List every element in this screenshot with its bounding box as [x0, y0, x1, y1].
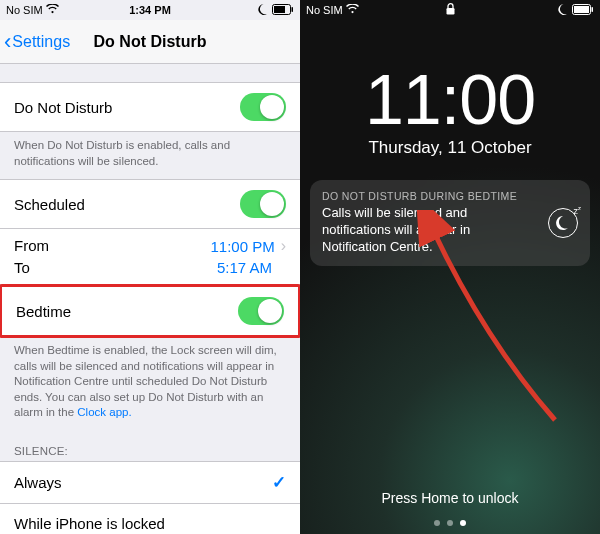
notif-title: DO NOT DISTURB DURING BEDTIME — [322, 190, 538, 202]
status-time: 1:34 PM — [129, 4, 171, 16]
row-bedtime[interactable]: Bedtime — [2, 287, 298, 335]
bedtime-highlight: Bedtime — [0, 284, 300, 338]
carrier-label: No SIM — [6, 4, 43, 16]
always-label: Always — [14, 474, 62, 491]
lock-time: 11:00 — [300, 60, 600, 140]
dnd-footer: When Do Not Disturb is enabled, calls an… — [0, 132, 300, 179]
svg-rect-1 — [274, 6, 285, 13]
check-icon: ✓ — [272, 472, 286, 493]
dnd-label: Do Not Disturb — [14, 99, 112, 116]
dnd-toggle[interactable] — [240, 93, 286, 121]
settings-content: Do Not Disturb When Do Not Disturb is en… — [0, 64, 300, 534]
settings-screen: No SIM 1:34 PM ‹ Settings Do Not Disturb… — [0, 0, 300, 534]
row-scheduled[interactable]: Scheduled — [0, 179, 300, 228]
bedtime-toggle[interactable] — [238, 297, 284, 325]
chevron-left-icon: ‹ — [4, 31, 11, 53]
battery-icon — [572, 4, 594, 17]
page-dot[interactable] — [447, 520, 453, 526]
page-dots[interactable] — [300, 520, 600, 526]
row-schedule-times[interactable]: From 11:00 PM › To 5:17 AM — [0, 228, 300, 285]
chevron-right-icon: › — [281, 237, 286, 255]
from-value: 11:00 PM — [210, 238, 274, 255]
battery-icon — [272, 4, 294, 17]
scheduled-label: Scheduled — [14, 196, 85, 213]
nav-bar: ‹ Settings Do Not Disturb — [0, 20, 300, 64]
to-label: To — [14, 259, 30, 276]
row-always[interactable]: Always ✓ — [0, 461, 300, 503]
clock-app-link[interactable]: Clock app. — [77, 406, 131, 418]
status-bar-lock: No SIM — [300, 0, 600, 20]
back-button[interactable]: ‹ Settings — [0, 31, 70, 53]
row-dnd[interactable]: Do Not Disturb — [0, 82, 300, 132]
unlock-hint: Press Home to unlock — [300, 490, 600, 506]
while-locked-label: While iPhone is locked — [14, 515, 165, 532]
lock-screen: No SIM 11:00 Thursday, 11 October — [300, 0, 600, 534]
scheduled-toggle[interactable] — [240, 190, 286, 218]
moon-icon — [558, 4, 569, 17]
row-while-locked[interactable]: While iPhone is locked — [0, 503, 300, 534]
svg-rect-3 — [446, 8, 454, 15]
notif-message: Calls will be silenced and notifications… — [322, 205, 538, 256]
page-dot[interactable] — [434, 520, 440, 526]
dnd-notification[interactable]: DO NOT DISTURB DURING BEDTIME Calls will… — [310, 180, 590, 266]
moon-icon — [258, 4, 269, 17]
from-label: From — [14, 237, 49, 255]
carrier-label-lock: No SIM — [306, 4, 343, 16]
svg-rect-2 — [292, 7, 294, 12]
back-label: Settings — [12, 33, 70, 51]
status-bar: No SIM 1:34 PM — [0, 0, 300, 20]
to-value: 5:17 AM — [217, 259, 272, 276]
bedtime-label: Bedtime — [16, 303, 71, 320]
silence-header: SILENCE: — [0, 431, 300, 461]
lock-icon — [446, 3, 455, 17]
wifi-icon — [346, 4, 359, 16]
lock-clock: 11:00 Thursday, 11 October — [300, 60, 600, 158]
page-dot-active[interactable] — [460, 520, 466, 526]
bedtime-moon-icon: zz — [548, 208, 578, 238]
lock-date: Thursday, 11 October — [300, 138, 600, 158]
page-title: Do Not Disturb — [94, 33, 207, 51]
wifi-icon — [46, 4, 59, 16]
bedtime-footer: When Bedtime is enabled, the Lock screen… — [0, 337, 300, 431]
svg-rect-5 — [574, 6, 589, 13]
svg-rect-6 — [592, 7, 594, 12]
